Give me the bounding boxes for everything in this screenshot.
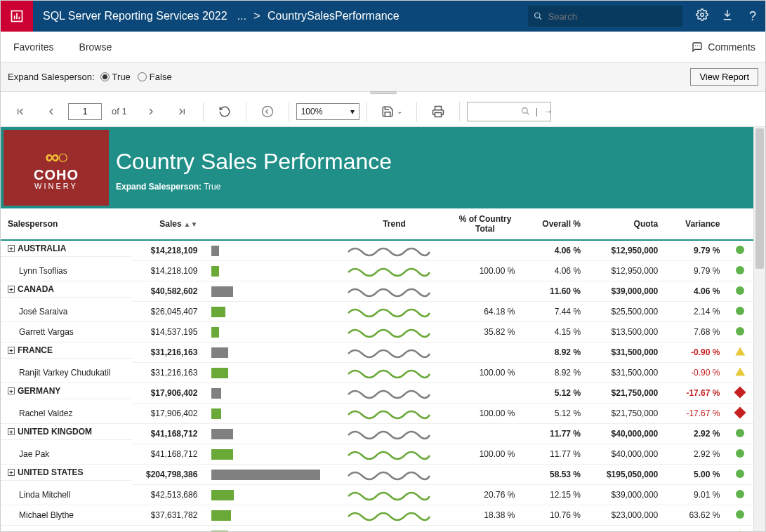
col-sales[interactable]: Sales▲▼ <box>132 208 204 240</box>
first-page-button[interactable] <box>6 100 34 124</box>
person-row: José Saraiva$26,045,40764.18 %7.44 %$25,… <box>1 302 753 322</box>
status-indicator-red <box>734 406 746 418</box>
trend-sparkline <box>347 488 431 502</box>
cell-pct-country <box>449 424 522 444</box>
expand-toggle[interactable]: + <box>8 469 15 476</box>
expand-toggle[interactable]: + <box>8 428 15 435</box>
help-button[interactable]: ? <box>740 9 765 24</box>
sales-bar <box>211 388 221 399</box>
col-variance[interactable]: Variance <box>665 208 727 240</box>
radio-true[interactable]: True <box>100 72 131 82</box>
cell-sales: $31,894,184 <box>132 526 204 533</box>
cell-variance: -0.90 % <box>665 363 727 383</box>
country-row: +AUSTRALIA$14,218,1094.06 %$12,950,0009.… <box>1 240 753 261</box>
cell-overall: 5.12 % <box>522 404 588 424</box>
next-page-button[interactable] <box>137 100 165 124</box>
scrollbar-thumb[interactable] <box>755 128 764 269</box>
tab-browse[interactable]: Browse <box>67 41 125 53</box>
col-overall[interactable]: Overall % <box>522 208 588 240</box>
download-button[interactable] <box>715 8 740 25</box>
cell-overall: 5.12 % <box>522 383 588 404</box>
export-button[interactable]: ⌄ <box>374 100 409 124</box>
cell-quota: $25,500,000 <box>588 302 665 322</box>
expand-toggle[interactable]: + <box>8 387 15 394</box>
row-name: Michael Blythe <box>1 505 132 526</box>
find-next-icon[interactable]: → <box>543 106 553 117</box>
sales-bar <box>211 246 219 256</box>
breadcrumb-current[interactable]: CountrySalesPerformance <box>268 10 399 22</box>
logo-rings-icon: ∞○ <box>46 146 67 168</box>
cell-variance: 7.68 % <box>665 322 727 343</box>
radio-dot-icon <box>138 72 147 81</box>
first-page-icon <box>15 106 26 117</box>
prev-page-button[interactable] <box>37 100 65 124</box>
prev-page-icon <box>46 106 57 117</box>
cell-sales: $31,216,163 <box>132 363 204 383</box>
cell-sales: $31,216,163 <box>132 343 204 363</box>
col-salesperson[interactable]: Salesperson <box>1 208 132 240</box>
find-input[interactable] <box>472 106 521 117</box>
page-number-input[interactable] <box>68 103 102 120</box>
trend-sparkline <box>347 244 431 258</box>
sales-bar <box>211 307 225 317</box>
trend-sparkline <box>347 467 431 481</box>
page-count-label: of 1 <box>105 106 134 117</box>
sales-bar <box>211 266 219 277</box>
cell-pct-country: 100.00 % <box>449 444 522 465</box>
row-name: Lynn Tsoflias <box>1 261 132 281</box>
cell-overall: 8.92 % <box>522 343 588 363</box>
zoom-select[interactable]: 100%▾ <box>296 103 359 120</box>
cell-pct-country <box>449 383 522 404</box>
back-icon <box>261 105 274 118</box>
expand-toggle[interactable]: + <box>8 245 15 252</box>
col-quota[interactable]: Quota <box>588 208 665 240</box>
search-icon[interactable] <box>521 107 530 116</box>
cell-quota: $31,500,000 <box>588 363 665 383</box>
download-icon <box>721 8 734 21</box>
cell-sales: $14,218,109 <box>132 261 204 281</box>
cell-quota: $31,500,000 <box>588 343 665 363</box>
last-page-button[interactable] <box>168 100 196 124</box>
breadcrumb-ellipsis[interactable]: ... <box>237 10 246 22</box>
print-button[interactable] <box>424 100 452 124</box>
report-toolbar: of 1 100%▾ ⌄ | → <box>1 96 765 127</box>
cell-quota: $195,050,000 <box>588 465 665 485</box>
vertical-scrollbar[interactable] <box>753 127 765 532</box>
cell-overall: 8.92 % <box>522 363 588 383</box>
expand-toggle[interactable]: + <box>8 286 15 293</box>
param-label: Expand Salesperson: <box>8 72 95 82</box>
trend-sparkline <box>347 528 431 532</box>
trend-sparkline <box>347 447 431 461</box>
row-name: Jae Pak <box>1 444 132 465</box>
cell-overall: 4.15 % <box>522 322 588 343</box>
expand-toggle[interactable]: + <box>8 347 15 354</box>
col-trend[interactable]: Trend <box>340 208 448 240</box>
view-report-button[interactable]: View Report <box>690 68 758 86</box>
cell-sales: $26,045,407 <box>132 302 204 322</box>
back-button[interactable] <box>253 100 282 124</box>
trend-sparkline <box>347 284 431 298</box>
comments-button[interactable]: Comments <box>681 41 765 53</box>
search-input[interactable] <box>547 11 677 22</box>
status-indicator-green <box>736 307 744 315</box>
parameter-bar: Expand Salesperson: True False View Repo… <box>1 62 765 92</box>
trend-sparkline <box>347 508 431 522</box>
radio-false[interactable]: False <box>138 72 172 82</box>
refresh-button[interactable] <box>211 100 239 124</box>
row-name: Ranjit Varkey Chudukatil <box>1 363 132 383</box>
settings-button[interactable] <box>689 8 715 25</box>
search-box[interactable] <box>528 6 682 27</box>
top-bar: SQL Server Reporting Services 2022 ... >… <box>1 1 765 32</box>
find-box[interactable]: | → <box>467 102 551 121</box>
sales-bar <box>211 327 219 338</box>
cell-sales: $42,513,686 <box>132 485 204 505</box>
cell-quota: $23,000,000 <box>588 505 665 526</box>
save-icon <box>381 105 394 118</box>
row-name: UNITED STATES <box>18 467 84 477</box>
cell-sales: $17,906,402 <box>132 383 204 404</box>
radio-dot-icon <box>100 72 110 81</box>
tab-favorites[interactable]: Favorites <box>1 41 67 53</box>
cell-variance: 9.79 % <box>665 240 727 261</box>
col-pct-country[interactable]: % of Country Total <box>449 208 522 240</box>
app-logo[interactable] <box>1 1 33 32</box>
